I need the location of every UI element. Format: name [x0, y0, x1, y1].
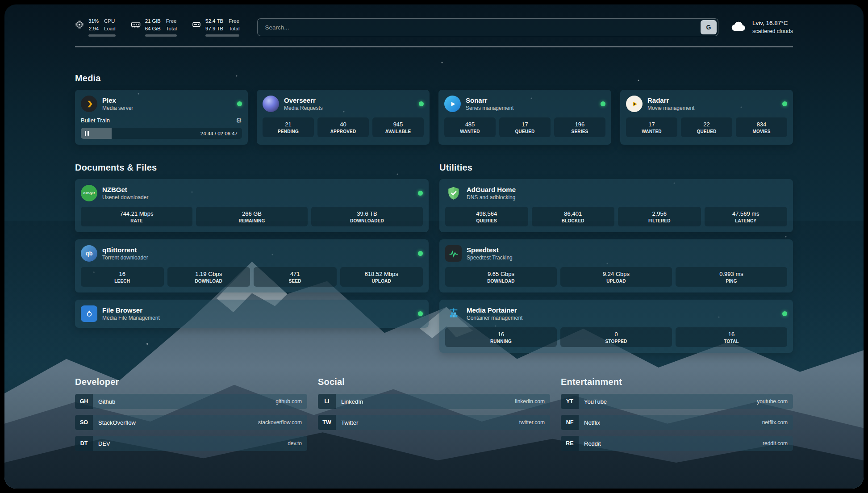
memory-icon — [131, 20, 141, 31]
stat-box: 744.21 Mbps RATE — [81, 207, 192, 226]
stat-box: 266 GB REMAINING — [196, 207, 308, 226]
service-card-speedtest[interactable]: Speedtest Speedtest Tracking 9.65 Gbps D… — [439, 239, 793, 292]
memory-total: 64 GiB — [145, 25, 161, 33]
bookmark-youtube[interactable]: YT YouTube youtube.com — [561, 394, 793, 409]
disk-free-label: Free — [229, 18, 239, 25]
disk-free: 52.4 TB — [205, 18, 223, 25]
service-subtitle: Container management — [467, 315, 522, 321]
playback-progress-bar[interactable]: 24:44 / 02:06:47 — [81, 128, 242, 139]
search-bar: G — [257, 18, 718, 36]
speedtest-icon — [445, 245, 462, 262]
bookmark-url: twitter.com — [519, 419, 545, 426]
service-subtitle: Media Requests — [284, 105, 323, 111]
service-card-qbittorrent[interactable]: qb qBittorrent Torrent downloader 16 — [75, 239, 429, 292]
stat-box: 17 QUEUED — [499, 117, 551, 137]
memory-free-label: Free — [166, 18, 177, 25]
cpu-progress-bar — [88, 34, 116, 37]
weather-location: Lviv, 16.87°C — [752, 19, 793, 28]
cpu-icon — [75, 20, 84, 31]
bookmark-linkedin[interactable]: LI LinkedIn linkedin.com — [318, 394, 550, 409]
service-card-nzbget[interactable]: nzbget NZBGet Usenet downloader 744.21 M… — [75, 179, 429, 232]
service-name: AdGuard Home — [467, 186, 516, 193]
section-developer: Developer GH Github github.com SO StackO… — [75, 377, 307, 451]
service-card-radarr[interactable]: Radarr Movie management 17 WANTED 22 QUE… — [620, 90, 793, 145]
service-subtitle: Movie management — [647, 105, 694, 111]
stat-box: 1.19 Gbps DOWNLOAD — [167, 267, 250, 287]
service-name: File Browser — [102, 306, 160, 314]
stat-box: 196 SERIES — [554, 117, 605, 137]
qbittorrent-icon: qb — [81, 245, 97, 262]
bookmark-abbr: SO — [75, 415, 93, 430]
adguard-icon — [445, 185, 462, 201]
stat-box: 16 TOTAL — [676, 327, 787, 347]
service-subtitle: Usenet downloader — [102, 194, 148, 201]
search-input[interactable] — [264, 24, 701, 31]
disk-icon — [192, 20, 201, 31]
stat-box: 0.993 ms PING — [676, 267, 787, 287]
bookmark-url: dev.to — [288, 440, 302, 447]
status-dot — [418, 191, 423, 196]
search-engine-button[interactable]: G — [701, 20, 717, 34]
stat-box: 9.24 Gbps UPLOAD — [560, 267, 672, 287]
service-card-filebrowser[interactable]: File Browser Media File Management — [75, 300, 429, 328]
bookmark-url: github.com — [275, 398, 302, 405]
bookmark-dev[interactable]: DT DEV dev.to — [75, 436, 307, 451]
bookmark-netflix[interactable]: NF Netflix netflix.com — [561, 415, 793, 430]
service-card-adguard[interactable]: AdGuard Home DNS and adblocking 498,564 … — [439, 179, 793, 232]
entertainment-section-title: Entertainment — [561, 377, 793, 387]
stat-box: 40 APPROVED — [317, 117, 369, 137]
memory-free: 21 GiB — [145, 18, 161, 25]
service-subtitle: Series management — [466, 105, 513, 111]
bookmark-name: Reddit — [584, 440, 601, 447]
service-name: Media Portainer — [467, 306, 522, 314]
service-name: Radarr — [647, 96, 694, 104]
bookmark-abbr: GH — [75, 394, 93, 409]
service-card-plex[interactable]: Plex Media server Bullet Train ⚙ 24:44 /… — [75, 90, 248, 145]
sonarr-icon — [444, 96, 461, 112]
overseerr-icon — [263, 96, 279, 112]
pause-icon[interactable] — [85, 131, 89, 136]
section-media: Media Plex Media server Bullet — [75, 73, 793, 145]
status-dot — [418, 251, 423, 256]
disk-total-label: Total — [229, 25, 239, 33]
bookmark-reddit[interactable]: RE Reddit reddit.com — [561, 436, 793, 451]
nzbget-icon: nzbget — [81, 185, 97, 201]
developer-section-title: Developer — [75, 377, 307, 387]
stat-box: 834 MOVIES — [736, 117, 787, 137]
bookmark-name: DEV — [98, 440, 110, 447]
weather-widget: Lviv, 16.87°C scattered clouds — [731, 19, 793, 35]
stat-box: 16 LEECH — [81, 267, 164, 287]
cloud-icon — [731, 21, 747, 34]
stat-box: 17 WANTED — [626, 117, 677, 137]
bookmark-name: StackOverflow — [98, 419, 136, 426]
service-name: qBittorrent — [102, 246, 148, 254]
bookmark-url: linkedin.com — [515, 398, 545, 405]
section-utilities: Utilities AdGuard Home DNS and adblockin… — [439, 163, 793, 353]
service-card-overseerr[interactable]: Overseerr Media Requests 21 PENDING 40 A… — [257, 90, 430, 145]
bookmark-abbr: YT — [561, 394, 579, 409]
bookmark-abbr: DT — [75, 436, 93, 451]
cpu-load-label: Load — [104, 25, 116, 33]
service-card-sonarr[interactable]: Sonarr Series management 485 WANTED 17 Q… — [438, 90, 611, 145]
memory-progress-bar — [145, 34, 177, 37]
radarr-icon — [626, 96, 643, 112]
service-subtitle: Torrent downloader — [102, 255, 148, 261]
service-subtitle: Speedtest Tracking — [467, 255, 513, 261]
stat-box: 471 SEED — [254, 267, 337, 287]
section-documents: Documents & Files nzbget NZBGet Usenet d… — [75, 163, 429, 353]
stat-box: 2,956 FILTERED — [618, 207, 701, 226]
utilities-section-title: Utilities — [439, 163, 793, 173]
bookmark-twitter[interactable]: TW Twitter twitter.com — [318, 415, 550, 430]
stat-box: 618.52 Mbps UPLOAD — [340, 267, 423, 287]
settings-gear-icon[interactable]: ⚙ — [236, 117, 242, 124]
bookmark-abbr: LI — [318, 394, 336, 409]
stat-box: 16 RUNNING — [445, 327, 557, 347]
bookmark-github[interactable]: GH Github github.com — [75, 394, 307, 409]
stat-box: 21 PENDING — [263, 117, 314, 137]
disk-progress-bar — [205, 34, 239, 37]
plex-icon — [81, 96, 97, 112]
service-card-portainer[interactable]: Media Portainer Container management 16 … — [439, 300, 793, 353]
bookmark-name: Github — [98, 398, 115, 405]
bookmark-stackoverflow[interactable]: SO StackOverflow stackoverflow.com — [75, 415, 307, 430]
bookmark-url: reddit.com — [763, 440, 788, 447]
